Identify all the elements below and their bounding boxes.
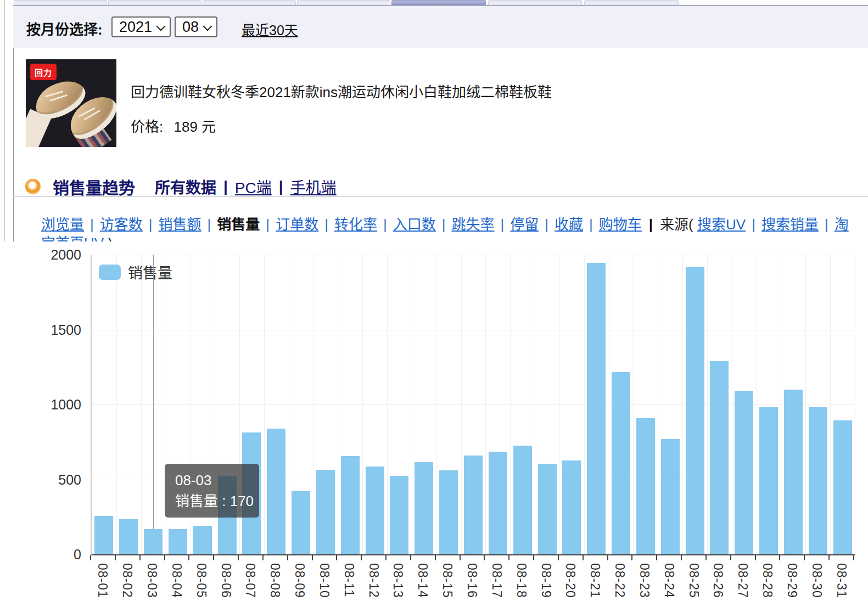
metric-link-11[interactable]: 购物车 (599, 216, 642, 233)
bar-08-20[interactable] (562, 460, 581, 554)
legend-swatch (99, 265, 121, 280)
month-filter-bar: 按月份选择: 2021 08 最近30天 (13, 6, 868, 48)
metric-link-6[interactable]: 转化率 (334, 216, 377, 233)
product-image: 回力 (26, 59, 116, 147)
top-tab-5[interactable] (391, 0, 486, 5)
scope-tab-3[interactable]: 手机端 (290, 176, 337, 198)
section-divider (13, 196, 868, 197)
x-axis-tick (583, 555, 584, 560)
x-axis-label-08-05: 08-05 (194, 563, 209, 598)
x-axis-label-08-27: 08-27 (735, 563, 750, 598)
x-axis-label-08-25: 08-25 (686, 563, 701, 598)
x-axis-tick (435, 555, 436, 560)
bar-08-16[interactable] (464, 456, 483, 554)
x-axis-tick (853, 555, 854, 560)
x-axis-label-08-24: 08-24 (662, 563, 676, 598)
bar-08-28[interactable] (759, 407, 778, 554)
v-gridline (412, 255, 412, 554)
month-select[interactable]: 08 (175, 16, 217, 37)
metric-link-1[interactable]: 浏览量 (41, 216, 84, 233)
section-title: 销售量趋势 (53, 175, 135, 199)
bar-08-17[interactable] (489, 452, 507, 554)
bar-08-02[interactable] (119, 519, 138, 554)
bar-08-09[interactable] (292, 491, 310, 554)
bar-08-11[interactable] (341, 456, 360, 554)
top-tab-2[interactable] (108, 0, 201, 5)
bar-08-08[interactable] (267, 429, 285, 554)
top-tab-7[interactable] (584, 0, 679, 5)
bar-08-04[interactable] (169, 529, 187, 554)
metric-separator: | (545, 216, 548, 233)
x-axis-tick (508, 555, 509, 560)
bar-08-19[interactable] (538, 464, 557, 554)
x-axis-label-08-13: 08-13 (390, 563, 405, 598)
bar-08-03[interactable] (144, 529, 163, 554)
x-axis-label-08-03: 08-03 (144, 563, 159, 598)
top-tab-3[interactable] (203, 0, 296, 5)
bar-08-12[interactable] (366, 467, 384, 554)
bar-08-14[interactable] (415, 462, 433, 554)
bar-08-13[interactable] (390, 476, 408, 554)
bar-08-26[interactable] (710, 361, 729, 554)
bar-08-22[interactable] (612, 372, 630, 554)
top-tab-1[interactable] (14, 0, 107, 5)
axis-pointer-line (153, 255, 154, 554)
bar-08-01[interactable] (94, 516, 113, 554)
x-axis-label-08-02: 08-02 (120, 563, 135, 598)
metric-separator: | (266, 216, 270, 233)
source-link-2[interactable]: 搜索销量 (761, 216, 819, 233)
x-axis-tick (90, 555, 91, 560)
year-select[interactable]: 2021 (111, 16, 171, 37)
bar-08-10[interactable] (316, 470, 335, 554)
bar-08-21[interactable] (587, 263, 606, 554)
x-axis-tick (460, 555, 461, 560)
top-tab-6[interactable] (488, 0, 582, 5)
bar-08-30[interactable] (809, 407, 827, 554)
bar-08-25[interactable] (686, 267, 704, 554)
chevron-down-icon (204, 21, 211, 29)
v-gridline (289, 255, 289, 554)
source-link-1[interactable]: 搜索UV (697, 216, 746, 233)
metric-separator: | (324, 216, 328, 233)
x-axis-label-08-26: 08-26 (710, 563, 725, 598)
x-axis-label-08-10: 08-10 (317, 563, 332, 598)
metric-link-7[interactable]: 入口数 (393, 216, 436, 233)
metric-separator: | (383, 216, 387, 233)
metric-bold-separator: | (649, 216, 653, 233)
y-axis-label-2000: 2000 (0, 247, 81, 263)
y-axis-label-500: 500 (0, 472, 81, 488)
bar-08-18[interactable] (513, 446, 532, 554)
metric-link-4[interactable]: 销售量 (217, 216, 260, 233)
metric-separator: | (442, 216, 446, 233)
metric-link-8[interactable]: 跳失率 (451, 216, 494, 233)
metric-link-5[interactable]: 订单数 (276, 216, 318, 233)
bar-08-27[interactable] (735, 391, 753, 554)
v-gridline (682, 255, 683, 554)
x-axis-label-08-21: 08-21 (587, 563, 602, 598)
metric-link-10[interactable]: 收藏 (555, 216, 583, 233)
sales-trend-chart: 销售量 08-03 销售量 : 170 08-0108-0208-0308-04… (0, 241, 868, 607)
metric-link-2[interactable]: 访客数 (100, 216, 143, 233)
scope-tab-2[interactable]: PC端 (235, 176, 272, 198)
v-gridline (362, 255, 363, 554)
metric-separator: | (500, 216, 504, 233)
x-axis-label-08-12: 08-12 (366, 563, 381, 598)
bar-08-29[interactable] (784, 390, 803, 554)
x-axis-label-08-08: 08-08 (267, 563, 282, 598)
bar-08-24[interactable] (661, 439, 680, 554)
x-axis-tick (312, 555, 313, 560)
x-axis-tick (730, 555, 731, 560)
metric-link-3[interactable]: 销售额 (159, 216, 201, 233)
bar-08-05[interactable] (193, 526, 212, 554)
metric-link-9[interactable]: 停留 (510, 216, 539, 233)
top-tab-4[interactable] (297, 0, 390, 5)
bar-08-23[interactable] (636, 418, 655, 554)
v-gridline (609, 255, 609, 554)
bar-08-31[interactable] (833, 420, 852, 554)
v-gridline (633, 255, 634, 554)
x-axis-tick (484, 555, 485, 560)
v-gridline (781, 255, 781, 554)
legend-item-sales[interactable]: 销售量 (99, 261, 172, 283)
bar-08-15[interactable] (439, 470, 458, 554)
recent-30-days-link[interactable]: 最近30天 (242, 19, 298, 39)
